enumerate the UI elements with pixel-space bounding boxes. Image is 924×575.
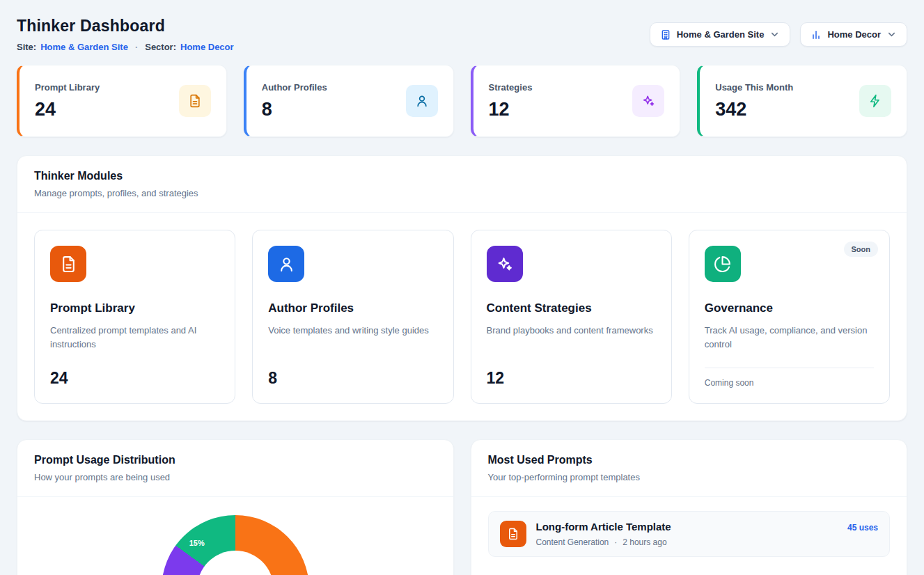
stat-text: Strategies 12 bbox=[489, 82, 533, 120]
stat-card-usage: Usage This Month 342 bbox=[697, 65, 907, 137]
user-icon bbox=[406, 85, 438, 117]
sparkle-star-icon bbox=[487, 246, 523, 282]
bottom-row: Prompt Usage Distribution How your promp… bbox=[17, 439, 907, 575]
header-left: Thinker Dashboard Site: Home & Garden Si… bbox=[17, 17, 234, 52]
modules-panel-header: Thinker Modules Manage prompts, profiles… bbox=[17, 156, 907, 213]
breadcrumb: Site: Home & Garden Site · Sector: Home … bbox=[17, 42, 234, 52]
lightning-bolt-icon bbox=[859, 85, 891, 117]
stat-label: Author Profiles bbox=[262, 82, 327, 93]
bar-chart-icon bbox=[811, 29, 822, 40]
stat-value: 8 bbox=[262, 99, 327, 120]
site-selector-dropdown[interactable]: Home & Garden Site bbox=[650, 22, 791, 47]
module-card-content-strategies[interactable]: Content Strategies Brand playbooks and c… bbox=[471, 230, 672, 404]
document-icon bbox=[500, 521, 526, 547]
pie-chart-icon bbox=[705, 246, 741, 282]
modules-grid: Prompt Library Centralized prompt templa… bbox=[17, 213, 907, 420]
page-header: Thinker Dashboard Site: Home & Garden Si… bbox=[17, 17, 907, 52]
module-card-governance[interactable]: Soon Governance Track AI usage, complian… bbox=[689, 230, 890, 404]
stat-card-prompt-library: Prompt Library 24 bbox=[17, 65, 227, 137]
prompt-list-item[interactable]: Long-form Article Template Content Gener… bbox=[488, 511, 891, 557]
chart-area: 15% bbox=[17, 515, 453, 575]
donut-segment-label: 15% bbox=[189, 539, 205, 547]
stat-label: Strategies bbox=[489, 82, 533, 93]
modules-subtitle: Manage prompts, profiles, and strategies bbox=[34, 188, 890, 198]
prompt-item-title: Long-form Article Template bbox=[536, 521, 838, 533]
prompt-item-time: 2 hours ago bbox=[622, 537, 666, 547]
stat-value: 24 bbox=[35, 99, 100, 120]
document-icon bbox=[50, 246, 86, 282]
stat-text: Usage This Month 342 bbox=[715, 82, 793, 120]
stat-text: Prompt Library 24 bbox=[35, 82, 100, 120]
prompts-subtitle: Your top-performing prompt templates bbox=[488, 472, 891, 482]
chevron-down-icon bbox=[886, 29, 897, 40]
sector-label: Sector: bbox=[145, 42, 176, 52]
module-coming-soon: Coming soon bbox=[705, 368, 874, 388]
stat-text: Author Profiles 8 bbox=[262, 82, 327, 120]
module-title: Content Strategies bbox=[487, 301, 656, 315]
usage-panel-header: Prompt Usage Distribution How your promp… bbox=[17, 440, 453, 497]
sparkle-star-icon bbox=[632, 85, 664, 117]
module-count: 24 bbox=[50, 369, 219, 388]
site-label: Site: bbox=[17, 42, 36, 52]
prompt-item-uses: 45 uses bbox=[847, 523, 878, 533]
prompt-item-meta: Content Generation · 2 hours ago bbox=[536, 537, 838, 547]
module-title: Author Profiles bbox=[268, 301, 437, 315]
page-title: Thinker Dashboard bbox=[17, 17, 234, 36]
document-icon bbox=[179, 85, 211, 117]
module-card-author-profiles[interactable]: Author Profiles Voice templates and writ… bbox=[252, 230, 453, 404]
usage-subtitle: How your prompts are being used bbox=[34, 472, 437, 482]
header-actions: Home & Garden Site Home Decor bbox=[650, 22, 907, 47]
stat-value: 342 bbox=[715, 99, 793, 120]
meta-separator: · bbox=[135, 42, 138, 52]
prompt-list: Long-form Article Template Content Gener… bbox=[471, 497, 907, 571]
user-icon bbox=[268, 246, 304, 282]
module-description: Voice templates and writing style guides bbox=[268, 324, 437, 338]
stat-card-author-profiles: Author Profiles 8 bbox=[244, 65, 454, 137]
sector-link[interactable]: Home Decor bbox=[180, 42, 234, 52]
prompt-item-main: Long-form Article Template Content Gener… bbox=[536, 521, 838, 547]
usage-title: Prompt Usage Distribution bbox=[34, 454, 437, 466]
module-description: Centralized prompt templates and AI inst… bbox=[50, 324, 219, 352]
module-description: Track AI usage, compliance, and version … bbox=[705, 324, 874, 352]
sector-selector-label: Home Decor bbox=[827, 29, 881, 40]
most-used-prompts-panel: Most Used Prompts Your top-performing pr… bbox=[471, 439, 908, 575]
chevron-down-icon bbox=[769, 29, 780, 40]
module-count: 8 bbox=[268, 369, 437, 388]
modules-panel: Thinker Modules Manage prompts, profiles… bbox=[17, 155, 907, 421]
prompts-panel-header: Most Used Prompts Your top-performing pr… bbox=[471, 440, 907, 497]
stats-row: Prompt Library 24 Author Profiles 8 Stra… bbox=[17, 65, 907, 137]
donut-chart: 15% bbox=[162, 515, 309, 575]
module-title: Prompt Library bbox=[50, 301, 219, 315]
dashboard-page: Thinker Dashboard Site: Home & Garden Si… bbox=[0, 0, 924, 575]
stat-label: Usage This Month bbox=[715, 82, 793, 93]
stat-value: 12 bbox=[489, 99, 533, 120]
site-link[interactable]: Home & Garden Site bbox=[40, 42, 128, 52]
sector-selector-dropdown[interactable]: Home Decor bbox=[800, 22, 907, 47]
stat-card-strategies: Strategies 12 bbox=[471, 65, 681, 137]
prompt-item-category: Content Generation bbox=[536, 537, 609, 547]
modules-title: Thinker Modules bbox=[34, 170, 890, 182]
soon-badge: Soon bbox=[844, 242, 879, 257]
module-count: 12 bbox=[487, 369, 656, 388]
module-card-prompt-library[interactable]: Prompt Library Centralized prompt templa… bbox=[34, 230, 235, 404]
module-description: Brand playbooks and content frameworks bbox=[487, 324, 656, 338]
meta-separator: · bbox=[614, 537, 617, 547]
prompts-title: Most Used Prompts bbox=[488, 454, 891, 466]
site-selector-label: Home & Garden Site bbox=[677, 29, 765, 40]
usage-distribution-panel: Prompt Usage Distribution How your promp… bbox=[17, 439, 454, 575]
module-title: Governance bbox=[705, 301, 874, 315]
stat-label: Prompt Library bbox=[35, 82, 100, 93]
building-icon bbox=[660, 29, 671, 40]
